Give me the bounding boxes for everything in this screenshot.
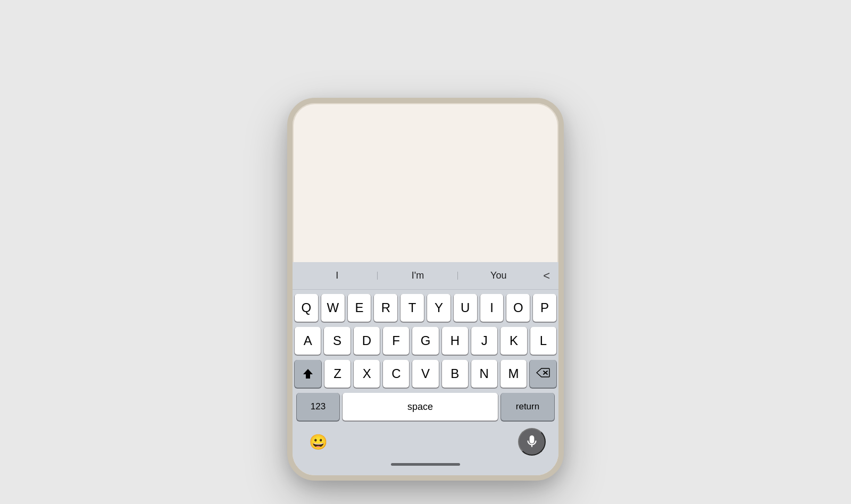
key-r[interactable]: R (374, 294, 397, 322)
key-m[interactable]: M (500, 360, 527, 388)
key-u[interactable]: U (454, 294, 477, 322)
autocomplete-word-i[interactable]: I (297, 270, 378, 281)
phone-frame: I I'm You < Q W E R T Y U I O (287, 98, 564, 481)
emoji-button[interactable]: 😀 (305, 429, 331, 455)
key-p[interactable]: P (533, 294, 556, 322)
key-k[interactable]: K (500, 327, 527, 355)
key-row-2: A S D F G H J K L (295, 327, 556, 355)
key-v[interactable]: V (412, 360, 438, 388)
key-b[interactable]: B (442, 360, 468, 388)
key-row-1: Q W E R T Y U I O P (295, 294, 556, 322)
key-g[interactable]: G (412, 327, 438, 355)
key-d[interactable]: D (354, 327, 380, 355)
key-t[interactable]: T (401, 294, 424, 322)
autocomplete-word-you[interactable]: You (458, 270, 539, 281)
bottom-row: 123 space return (295, 393, 556, 421)
shift-key[interactable] (295, 360, 321, 388)
delete-key[interactable] (530, 360, 556, 388)
key-s[interactable]: S (324, 327, 350, 355)
keyboard-container: I I'm You < Q W E R T Y U I O (293, 262, 558, 475)
delete-icon (536, 367, 550, 381)
key-c[interactable]: C (383, 360, 409, 388)
shift-icon (302, 367, 314, 380)
home-bar (391, 463, 460, 466)
key-a[interactable]: A (295, 327, 321, 355)
key-e[interactable]: E (348, 294, 371, 322)
dismiss-icon[interactable]: < (539, 269, 554, 283)
home-indicator (293, 460, 558, 471)
microphone-icon (525, 435, 539, 449)
key-j[interactable]: J (471, 327, 497, 355)
return-key[interactable]: return (501, 393, 554, 421)
autocomplete-word-im[interactable]: I'm (378, 270, 458, 281)
key-row-3: Z X C V B N M (295, 360, 556, 388)
keys-area: Q W E R T Y U I O P A S D F G (293, 290, 558, 423)
key-q[interactable]: Q (295, 294, 318, 322)
dictation-button[interactable] (518, 428, 546, 456)
key-z[interactable]: Z (324, 360, 351, 388)
key-o[interactable]: O (506, 294, 530, 322)
key-w[interactable]: W (321, 294, 345, 322)
key-l[interactable]: L (530, 327, 556, 355)
phone-wrapper: I I'm You < Q W E R T Y U I O (287, 23, 564, 481)
key-x[interactable]: X (354, 360, 380, 388)
space-key[interactable]: space (343, 393, 498, 421)
key-f[interactable]: F (383, 327, 409, 355)
emoji-icon: 😀 (309, 433, 328, 451)
autocomplete-bar: I I'm You < (293, 262, 558, 290)
key-i[interactable]: I (480, 294, 504, 322)
key-n[interactable]: N (471, 360, 497, 388)
key-h[interactable]: H (442, 327, 468, 355)
autocomplete-suggestions: I I'm You (297, 270, 539, 281)
bottom-toolbar: 😀 (293, 423, 558, 460)
key-y[interactable]: Y (427, 294, 450, 322)
numbers-key[interactable]: 123 (297, 393, 339, 421)
